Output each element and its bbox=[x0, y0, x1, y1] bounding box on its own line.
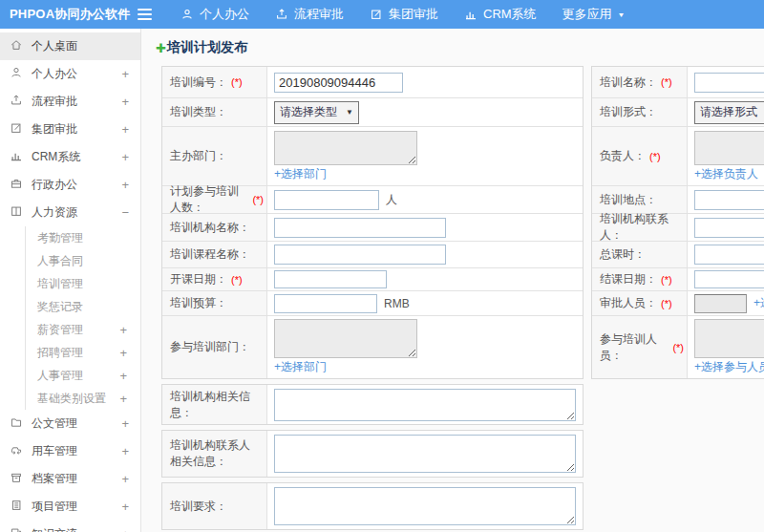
sidebar-item-group-approval[interactable]: 集团审批 + bbox=[0, 116, 140, 143]
start-date-input[interactable] bbox=[274, 270, 387, 288]
archive-icon bbox=[10, 471, 23, 487]
course-name-input[interactable] bbox=[274, 245, 446, 265]
caret-down-icon: ▼ bbox=[618, 11, 626, 18]
row-planned-count: 计划参与培训人数：(*) 人 bbox=[162, 186, 583, 214]
select-participants-link[interactable]: +选择参与人员 bbox=[694, 359, 764, 375]
sidebar-sub-salary[interactable]: 薪资管理+ bbox=[26, 318, 140, 341]
location-input[interactable] bbox=[694, 190, 764, 210]
training-type-select[interactable]: 请选择类型▼ bbox=[274, 101, 359, 124]
field-label: 主办部门： bbox=[170, 148, 227, 164]
required-mark: (*) bbox=[231, 76, 243, 88]
sidebar-hr-submenu: 考勤管理 人事合同 培训管理 奖惩记录 薪资管理+ 招聘管理+ 人事管理+ 基础… bbox=[25, 226, 140, 410]
sidebar-item-workflow-approval[interactable]: 流程审批 + bbox=[0, 88, 140, 116]
field-label: 总课时： bbox=[600, 246, 646, 263]
nav-more-apps[interactable]: 更多应用 ▼ bbox=[562, 6, 626, 23]
field-label: 培训机构联系人相关信息： bbox=[170, 437, 260, 470]
sidebar-item-knowledge[interactable]: 知识交流 + bbox=[0, 521, 140, 532]
folder-icon bbox=[10, 415, 23, 432]
car-icon bbox=[10, 443, 23, 459]
row-participating-dept: 参与培训部门： +选择部门 bbox=[162, 316, 583, 378]
row-total-hours: 总课时： bbox=[592, 242, 764, 268]
sidebar-item-crm[interactable]: CRM系统 + bbox=[0, 143, 140, 171]
field-label: 培训机构联系人： bbox=[600, 211, 680, 244]
row-course-name: 培训课程名称： bbox=[162, 242, 583, 268]
field-label: 计划参与培训人数： bbox=[170, 183, 248, 216]
sidebar-item-projects[interactable]: 项目管理 + bbox=[0, 493, 140, 521]
app-title: PHPOA协同办公软件 bbox=[0, 6, 136, 23]
person-icon bbox=[10, 66, 23, 82]
nav-crm[interactable]: CRM系统 bbox=[464, 6, 537, 23]
field-label: 培训预算： bbox=[170, 295, 227, 311]
nav-group-approval[interactable]: 集团审批 bbox=[370, 6, 438, 23]
nav-personal-office[interactable]: 个人办公 bbox=[180, 6, 249, 23]
field-label: 结课日期： bbox=[600, 271, 657, 287]
select-leader-link[interactable]: +选择负责人 bbox=[694, 166, 758, 182]
host-dept-textarea[interactable] bbox=[274, 131, 417, 165]
field-label: 培训类型： bbox=[170, 104, 227, 120]
sidebar-item-documents[interactable]: 公文管理 + bbox=[0, 410, 140, 437]
row-org-name: 培训机构名称： bbox=[162, 214, 583, 242]
participating-dept-textarea[interactable] bbox=[274, 319, 417, 358]
total-hours-input[interactable] bbox=[694, 245, 764, 265]
field-label: 审批人员： bbox=[600, 295, 657, 311]
plus-icon: ✚ bbox=[156, 41, 166, 55]
currency-suffix: RMB bbox=[384, 297, 410, 310]
unit-suffix: 人 bbox=[386, 192, 397, 208]
page-title: ✚ 培训计划发布 bbox=[156, 39, 764, 56]
select-approver-link[interactable]: +选择审批人员 bbox=[753, 295, 764, 311]
org-name-input[interactable] bbox=[274, 218, 446, 238]
caret-down-icon: ▼ bbox=[346, 108, 353, 117]
chat-icon bbox=[10, 526, 23, 532]
sidebar-sub-personnel[interactable]: 人事管理+ bbox=[26, 364, 140, 387]
row-training-type: 培训类型： 请选择类型▼ bbox=[162, 98, 583, 127]
end-date-input[interactable] bbox=[694, 270, 764, 288]
planned-count-input[interactable] bbox=[274, 190, 379, 210]
training-requirements-textarea[interactable] bbox=[274, 487, 576, 525]
sidebar-sub-attendance[interactable]: 考勤管理 bbox=[26, 226, 140, 249]
home-icon bbox=[10, 38, 23, 54]
hamburger-menu-icon[interactable] bbox=[138, 6, 152, 23]
training-form-select[interactable]: 请选择形式▼ bbox=[694, 101, 764, 124]
row-location: 培训地点： bbox=[592, 186, 764, 214]
sidebar-sub-recruitment[interactable]: 招聘管理+ bbox=[26, 341, 140, 364]
sidebar-item-desktop[interactable]: 个人桌面 bbox=[0, 32, 140, 60]
row-org-contact-info: 培训机构联系人相关信息： bbox=[161, 430, 584, 478]
nav-workflow-approval[interactable]: 流程审批 bbox=[275, 6, 344, 23]
select-dept-link[interactable]: +选择部门 bbox=[274, 166, 327, 182]
upload-icon bbox=[10, 94, 23, 110]
leader-textarea[interactable] bbox=[694, 131, 764, 165]
row-training-no: 培训编号：(*) bbox=[162, 67, 583, 98]
training-no-input[interactable] bbox=[274, 73, 403, 93]
field-label: 开课日期： bbox=[170, 271, 227, 287]
field-label: 培训编号： bbox=[170, 74, 227, 91]
sidebar-sub-base-category[interactable]: 基础类别设置+ bbox=[26, 387, 140, 410]
sidebar-sub-training[interactable]: 培训管理 bbox=[26, 272, 140, 295]
bar-chart-icon bbox=[10, 149, 23, 165]
select-dept-link[interactable]: +选择部门 bbox=[274, 359, 327, 375]
field-label: 培训要求： bbox=[170, 499, 227, 515]
org-info-textarea[interactable] bbox=[274, 389, 576, 421]
sidebar-sub-hr-contract[interactable]: 人事合同 bbox=[26, 249, 140, 272]
sidebar-item-archives[interactable]: 档案管理 + bbox=[0, 465, 140, 493]
sidebar: 个人桌面 个人办公 + 流程审批 + 集团审批 + CRM系统 + 行政办公 + bbox=[0, 29, 141, 532]
row-host-dept: 主办部门： +选择部门 bbox=[162, 127, 583, 186]
sidebar-item-admin-office[interactable]: 行政办公 + bbox=[0, 171, 140, 199]
sidebar-item-personal-office[interactable]: 个人办公 + bbox=[0, 60, 140, 88]
field-label: 参与培训部门： bbox=[170, 339, 250, 355]
participants-textarea[interactable] bbox=[694, 319, 764, 358]
approver-input[interactable] bbox=[694, 294, 747, 313]
row-approver: 审批人员：(*) +选择审批人员 bbox=[592, 291, 764, 316]
field-label: 负责人： bbox=[600, 148, 646, 164]
org-contact-input[interactable] bbox=[694, 218, 764, 238]
training-name-input[interactable] bbox=[694, 73, 764, 93]
budget-input[interactable] bbox=[274, 294, 377, 313]
sidebar-item-hr[interactable]: 人力资源 − bbox=[0, 199, 140, 226]
briefcase-icon bbox=[10, 177, 23, 193]
sidebar-sub-rewards[interactable]: 奖惩记录 bbox=[26, 295, 140, 318]
row-training-form: 培训形式： 请选择形式▼ bbox=[592, 98, 764, 127]
edit-icon bbox=[10, 121, 23, 138]
form-table-left: 培训编号：(*) 培训类型： 请选择类型▼ 主办部门： +选择部门 bbox=[161, 66, 584, 379]
sidebar-item-vehicle[interactable]: 用车管理 + bbox=[0, 437, 140, 465]
field-label: 培训名称： bbox=[600, 74, 657, 91]
org-contact-info-textarea[interactable] bbox=[274, 435, 576, 473]
